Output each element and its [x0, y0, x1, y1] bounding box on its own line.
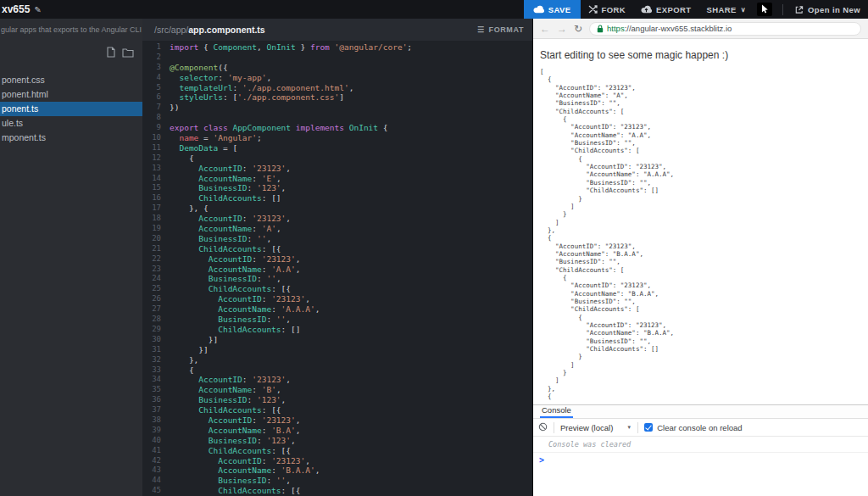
project-description-text: gular apps that exports to the Angular C…	[1, 25, 142, 34]
code-line[interactable]: 43 AccountName: 'B.A.A',	[142, 465, 532, 476]
back-icon[interactable]: ←	[540, 24, 550, 34]
code-line[interactable]: 19 AccountName: 'A',	[142, 224, 532, 234]
topbar-actions: SAVE FORK EXPORT SHARE ∨ Open in New	[524, 0, 868, 19]
code-line[interactable]: 42 AccountID: '23123',	[142, 456, 532, 466]
code-line[interactable]: 38 AccountID: '23123',	[142, 415, 532, 426]
line-number: 30	[142, 335, 161, 345]
file-item[interactable]: ule.ts	[0, 116, 142, 131]
export-button[interactable]: EXPORT	[633, 0, 698, 19]
code-line[interactable]: 31 }]	[142, 345, 532, 355]
code-line[interactable]: 16 ChildAccounts: []	[142, 193, 532, 203]
preview-page: Start editing to see some magic happen :…	[533, 39, 868, 404]
line-number: 34	[142, 375, 161, 385]
file-name: app.component.ts	[188, 25, 264, 35]
code-line[interactable]: 1import { Component, OnInit } from '@ang…	[142, 42, 532, 53]
clear-on-reload-label: Clear console on reload	[657, 423, 742, 432]
line-number: 37	[142, 405, 161, 415]
code-line[interactable]: 12 {	[142, 153, 532, 164]
open-in-new-button[interactable]: Open in New	[787, 0, 868, 19]
line-number: 20	[142, 234, 161, 244]
share-button-label: SHARE	[707, 5, 737, 14]
file-item[interactable]: ponent.css	[0, 73, 142, 87]
console-tab[interactable]: Console	[540, 405, 573, 418]
code-line[interactable]: 45 ChildAccounts: [{	[142, 486, 532, 496]
code-line[interactable]: 24 BusinessID: '',	[142, 274, 532, 284]
code-line[interactable]: 11 DemoData = [	[142, 143, 532, 153]
code-line[interactable]: 33 {	[142, 365, 532, 376]
new-folder-icon[interactable]	[122, 46, 134, 61]
line-number: 9	[142, 123, 161, 133]
code-line[interactable]: 17 }, {	[142, 203, 532, 214]
url-scheme: https	[607, 24, 625, 33]
pointer-tool-button[interactable]	[757, 3, 772, 16]
code-line[interactable]: 25 ChildAccounts: [{	[142, 284, 532, 294]
url-bar[interactable]: https://angular-wxv655.stackblitz.io	[589, 22, 861, 36]
code-line[interactable]: 18 AccountID: '23123',	[142, 214, 532, 224]
checkbox-checked-icon[interactable]	[644, 423, 653, 432]
line-number: 35	[142, 385, 161, 395]
fork-button[interactable]: FORK	[581, 0, 634, 19]
console-target-select[interactable]: Preview (local) ▼	[560, 423, 632, 432]
code-line[interactable]: 28 BusinessID: '',	[142, 315, 532, 325]
forward-icon[interactable]: →	[557, 24, 567, 34]
code-line[interactable]: 41 ChildAccounts: [{	[142, 446, 532, 456]
code-line[interactable]: 5 templateUrl: './app.component.html',	[142, 83, 532, 93]
file-item[interactable]: ponent.ts	[0, 102, 142, 116]
code-line[interactable]: 30 }]	[142, 335, 532, 345]
new-file-icon[interactable]	[106, 46, 116, 61]
code-line[interactable]: 36 BusinessID: '123',	[142, 395, 532, 405]
code-line[interactable]: 27 AccountName: 'A.A.A',	[142, 304, 532, 315]
code-line[interactable]: 3@Component({	[142, 63, 532, 73]
line-number: 22	[142, 254, 161, 265]
preview-browser-bar: ← → ↻ https://angular-wxv655.stackblitz.…	[533, 19, 868, 39]
files-toolbar	[0, 34, 142, 66]
clear-console-icon[interactable]	[538, 420, 548, 435]
line-number: 40	[142, 436, 161, 446]
code-line[interactable]: 26 AccountID: '23123',	[142, 294, 532, 304]
code-line[interactable]: 10 name = 'Angular';	[142, 133, 532, 143]
save-button[interactable]: SAVE	[524, 0, 581, 19]
code-line[interactable]: 35 AccountName: 'B',	[142, 385, 532, 395]
file-path: /src/app/app.component.ts	[154, 25, 265, 35]
code-line[interactable]: 34 AccountID: '23123',	[142, 375, 532, 385]
share-button[interactable]: SHARE ∨	[699, 0, 754, 19]
console-panel: Console Preview (local) ▼ Clear console …	[533, 404, 868, 496]
code-line[interactable]: 8	[142, 113, 532, 123]
console-prompt[interactable]: >	[533, 453, 868, 465]
format-button[interactable]: ☰ FORMAT	[477, 25, 524, 34]
code-line[interactable]: 39 AccountName: 'B.A',	[142, 426, 532, 436]
code-line[interactable]: 44 BusinessID: '',	[142, 476, 532, 486]
file-item[interactable]: mponent.ts	[0, 131, 142, 145]
code-line[interactable]: 37 ChildAccounts: [{	[142, 405, 532, 415]
file-item[interactable]: ponent.html	[0, 87, 142, 102]
code-line[interactable]: 15 BusinessID: '123',	[142, 183, 532, 193]
project-description: gular apps that exports to the Angular C…	[0, 19, 142, 34]
refresh-icon[interactable]: ↻	[574, 24, 582, 34]
code-line[interactable]: 7})	[142, 103, 532, 113]
code-lines[interactable]: 1import { Component, OnInit } from '@ang…	[142, 41, 532, 496]
line-number: 16	[142, 193, 161, 203]
clear-on-reload-checkbox[interactable]: Clear console on reload	[644, 423, 742, 432]
code-line[interactable]: 4 selector: 'my-app',	[142, 73, 532, 83]
console-tabs: Console	[533, 405, 868, 419]
code-line[interactable]: 13 AccountID: '23123',	[142, 164, 532, 174]
preview-heading: Start editing to see some magic happen :…	[540, 49, 868, 61]
file-path-prefix: /src/app/	[154, 25, 188, 35]
code-line[interactable]: 6 styleUrls: ['./app.component.css']	[142, 92, 532, 103]
code-line[interactable]: 40 BusinessID: '123',	[142, 436, 532, 446]
code-line[interactable]: 21 ChildAccounts: [{	[142, 244, 532, 254]
code-line[interactable]: 23 AccountName: 'A.A',	[142, 265, 532, 275]
code-line[interactable]: 29 ChildAccounts: []	[142, 325, 532, 335]
code-line[interactable]: 20 BusinessID: '',	[142, 234, 532, 244]
code-line[interactable]: 32 },	[142, 355, 532, 365]
edit-project-name-icon[interactable]: ✎	[34, 5, 41, 14]
toolbar-divider2	[637, 422, 638, 433]
caret-down-icon: ▼	[626, 425, 632, 430]
code-line[interactable]: 22 AccountID: '23123',	[142, 254, 532, 265]
code-line[interactable]: 2	[142, 53, 532, 63]
cursor-icon	[760, 3, 769, 16]
line-number: 44	[142, 476, 161, 486]
code-line[interactable]: 9export class AppComponent implements On…	[142, 123, 532, 133]
url-rest: ://angular-wxv655.stackblitz.io	[625, 24, 732, 33]
code-line[interactable]: 14 AccountName: 'E',	[142, 174, 532, 184]
